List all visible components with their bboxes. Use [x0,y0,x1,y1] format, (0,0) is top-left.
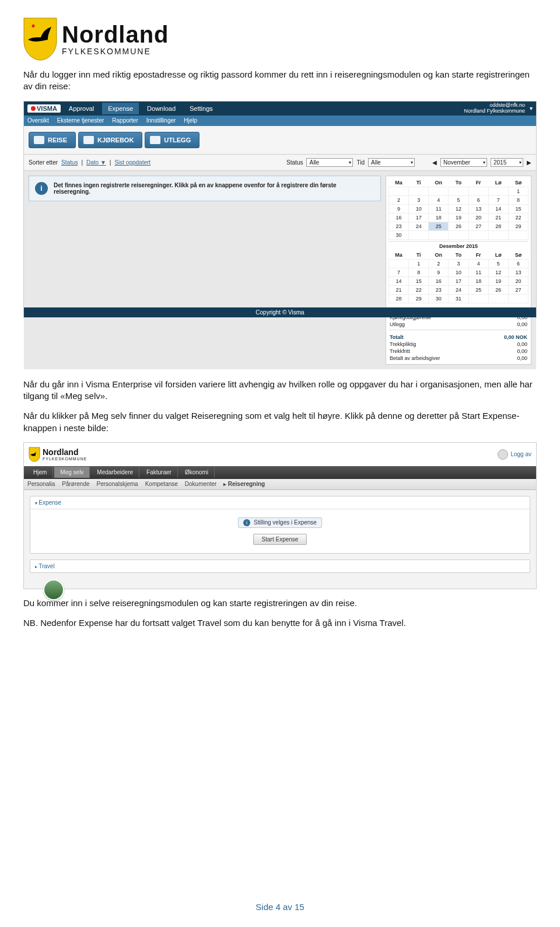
nav-hjem[interactable]: Hjem [27,467,53,478]
subnav-personalia[interactable]: Personalia [27,481,55,487]
subnav-dokumenter[interactable]: Dokumenter [185,481,216,487]
info-message: i Det finnes ingen registrerte reiseregn… [29,176,381,201]
month-select[interactable]: November [440,158,487,167]
app-subbar: Oversikt Eksterne tjenester Rapporter In… [24,116,536,126]
calendar-november[interactable]: MaTiOnToFrLøSø 1 2345678 9101112131415 1… [388,179,528,240]
page-footer: Side 4 av 15 [0,902,560,912]
calendar-dec-title: Desember 2015 [388,241,528,251]
app-topbar: VISMA Approval Expense Download Settings… [24,102,536,116]
status-select[interactable]: Alle [306,158,353,167]
year-select[interactable]: 2015 [491,158,523,167]
sum-total: Totalt0,00 NOK [388,334,528,341]
avatar-icon [498,449,508,460]
expense-app-icon [43,579,64,600]
utlegg-button[interactable]: UTLEGG [145,132,200,148]
subtab-rapporter[interactable]: Rapporter [112,117,138,124]
tab-approval[interactable]: Approval [63,103,100,114]
sum-utlegg: Utlegg0,00 [388,321,528,328]
shield-small-icon [29,447,40,462]
month-next[interactable]: ▶ [527,159,531,166]
tab-download[interactable]: Download [141,103,181,114]
tab-settings[interactable]: Settings [184,103,219,114]
subtab-hjelp[interactable]: Hjelp [184,117,197,124]
screenshot-visma-expense: VISMA Approval Expense Download Settings… [23,101,537,318]
calendar-december[interactable]: MaTiOnToFrLøSø 123456 78910111213 141516… [388,251,528,303]
action-row: REISE KJØREBOK UTLEGG [24,126,536,155]
info-small-icon: i [243,519,250,526]
paragraph-5: Du kommer inn i selve reiseregningsmodul… [23,597,537,609]
expense-panel-header[interactable]: Expense [30,496,530,509]
month-prev[interactable]: ◀ [432,159,437,166]
filter-row: Sorter etter Status | Dato ▼ | Sist oppd… [24,155,536,171]
reise-button[interactable]: REISE [29,132,76,148]
start-expense-button[interactable]: Start Expense [253,534,307,545]
chevron-down-icon[interactable]: ▾ [530,105,533,111]
subtab-innstillinger[interactable]: Innstillinger [146,117,176,124]
info-icon: i [35,182,48,195]
subnav-parorende[interactable]: Pårørende [62,481,89,487]
copyright: Copyright © Visma [24,307,536,317]
status-label: Status [286,159,303,166]
subtab-oversikt[interactable]: Oversikt [27,117,49,124]
tid-label: Tid [356,159,365,166]
enterprise-brand: NordlandFYLKESKOMMUNE [29,447,87,462]
nav-okonomi[interactable]: Økonomi [179,467,215,478]
sum-trekkpliktig: Trekkpliktig0,00 [388,341,528,348]
brand-subtitle: FYLKESKOMMUNE [62,47,169,55]
subnav-reiseregning[interactable]: Reiseregning [223,481,265,487]
shield-icon [23,18,57,61]
logout-link[interactable]: Logg av [498,449,531,460]
sum-trekkfritt: Trekkfritt0,00 [388,348,528,355]
user-info[interactable]: oddste@nfk.no Nordland Fylkeskommune [464,103,525,114]
expense-panel: Expense iStilling velges i Expense Start… [30,496,530,554]
moneybag-icon [150,136,160,144]
main-nav: Hjem Meg selv Medarbeidere Fakturaer Øko… [24,466,536,479]
travel-panel: Travel [30,559,530,573]
org-logo-header: Nordland FYLKESKOMMUNE [23,0,537,61]
kjorebok-button[interactable]: KJØREBOK [78,132,142,148]
paragraph-3: Når du går inn i Visma Enterprise vil fo… [23,379,537,403]
nav-megselv[interactable]: Meg selv [54,467,90,478]
tab-expense[interactable]: Expense [102,103,139,114]
suitcase-icon [34,136,44,144]
nav-medarbeidere[interactable]: Medarbeidere [91,467,139,478]
tid-select[interactable]: Alle [368,158,415,167]
subnav-personalskjema[interactable]: Personalskjema [97,481,138,487]
subtab-eksterne[interactable]: Eksterne tjenester [57,117,104,124]
visma-logo: VISMA [27,104,61,113]
calendar-sidebar: MaTiOnToFrLøSø 1 2345678 9101112131415 1… [386,176,531,365]
paragraph-1: Når du logger inn med riktig epostadress… [23,69,537,93]
nav-fakturaer[interactable]: Fakturaer [141,467,178,478]
sum-betalt: Betalt av arbeidsgiver0,00 [388,355,528,362]
paragraph-6: NB. Nedenfor Expense har du fortsatt val… [23,617,537,629]
stilling-info: iStilling velges i Expense [238,517,322,528]
car-icon [83,136,94,144]
sort-status[interactable]: Status [61,159,78,166]
sort-dato[interactable]: Dato ▼ [86,159,106,166]
sub-nav: Personalia Pårørende Personalskjema Komp… [24,479,536,490]
sort-label: Sorter etter [29,159,58,166]
subnav-kompetanse[interactable]: Kompetanse [145,481,178,487]
brand-name: Nordland [62,23,169,46]
paragraph-4: Når du klikker på Meg selv finner du val… [23,410,537,434]
screenshot-visma-enterprise: NordlandFYLKESKOMMUNE Logg av Hjem Meg s… [23,442,537,589]
sort-oppdatert[interactable]: Sist oppdatert [114,159,150,166]
travel-panel-header[interactable]: Travel [30,560,530,572]
